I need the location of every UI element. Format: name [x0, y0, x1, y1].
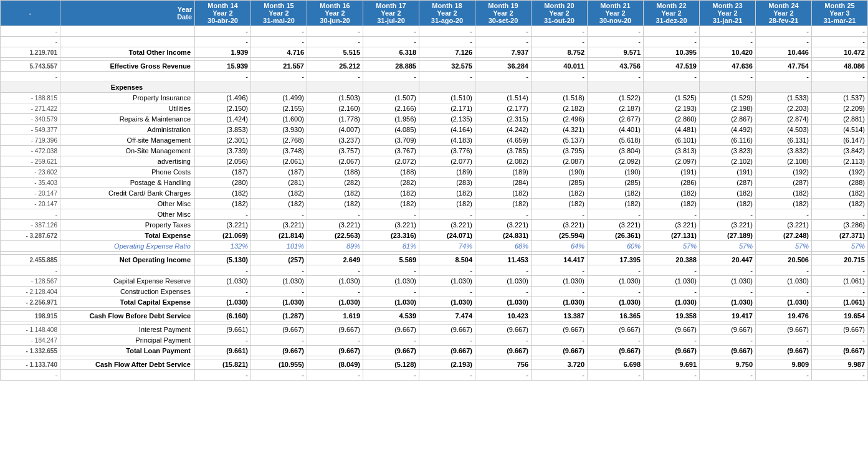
table-row: - 1.133.740Cash Flow After Debt Service(… [1, 359, 868, 370]
cell-value: (1.030) [700, 297, 756, 308]
cell-value: (285) [588, 178, 644, 188]
cell-value: (6.160) [195, 311, 251, 321]
cell-value [644, 82, 700, 93]
table-row: 198.915Cash Flow Before Debt Service(6.1… [1, 311, 868, 321]
cell-value: (2.193) [644, 103, 700, 114]
cell-value: (9.667) [644, 346, 700, 356]
cell-value: (2.171) [419, 103, 475, 114]
left-value: - 128.567 [1, 276, 60, 287]
cell-value: (2.067) [307, 156, 363, 167]
left-value: - [1, 72, 60, 82]
cell-value: (1.030) [644, 276, 700, 287]
cell-value: (2.077) [419, 156, 475, 167]
row-label: Cash Flow After Debt Service [60, 359, 195, 370]
cell-value [588, 82, 644, 93]
cell-value: (182) [700, 188, 756, 199]
cell-value: - [251, 37, 307, 47]
cell-value: 20.388 [644, 255, 700, 265]
cell-value: (3.221) [195, 220, 251, 230]
table-row: - 340.579Repairs & Maintenance(1.424)(1.… [1, 114, 868, 125]
cell-value [195, 82, 251, 93]
cell-value: - [644, 26, 700, 37]
cell-value: - [475, 265, 532, 276]
cell-value: 68% [475, 241, 532, 252]
cell-value [419, 82, 475, 93]
cell-value: (192) [756, 167, 812, 178]
cell-value: 10.423 [475, 311, 532, 321]
cell-value: (2.203) [756, 103, 812, 114]
left-value: - 271.422 [1, 103, 60, 114]
cell-value: (9.667) [475, 325, 532, 335]
cell-value: - [756, 335, 812, 346]
cell-value: 36.284 [475, 61, 532, 72]
cell-value: (3.813) [644, 146, 700, 156]
cell-value: (182) [532, 199, 588, 209]
cell-value: (2.874) [756, 114, 812, 125]
row-label: advertising [60, 156, 195, 167]
cell-value: (1.529) [700, 93, 756, 103]
cell-value: (2.113) [812, 156, 868, 167]
cell-value: - [588, 209, 644, 220]
cell-value: (1.030) [532, 276, 588, 287]
cell-value: (6.131) [756, 135, 812, 146]
cell-value: (9.667) [419, 325, 475, 335]
cell-value: (3.804) [588, 146, 644, 156]
cell-value: 1.619 [307, 311, 363, 321]
cell-value: - [644, 37, 700, 47]
cell-value: 3.720 [532, 359, 588, 370]
cell-value: - [251, 72, 307, 82]
cell-value: - [363, 265, 419, 276]
cell-value: (4.183) [419, 135, 475, 146]
cell-value: 19.417 [700, 311, 756, 321]
cell-value: (1.030) [756, 276, 812, 287]
cell-value: (2.097) [644, 156, 700, 167]
row-label [60, 37, 195, 47]
cell-value: (9.667) [644, 325, 700, 335]
cell-value: - [588, 265, 644, 276]
table-row: 5.743.557Effective Gross Revenue15.93921… [1, 61, 868, 72]
cell-value: - [475, 209, 532, 220]
cell-value: (1.507) [363, 93, 419, 103]
cell-value: (1.518) [532, 93, 588, 103]
cell-value: (3.776) [419, 146, 475, 156]
cell-value: (2.082) [475, 156, 532, 167]
cell-value: 25.212 [307, 61, 363, 72]
cell-value: - [700, 265, 756, 276]
cell-value: - [307, 370, 363, 381]
cell-value: (3.757) [307, 146, 363, 156]
header-m20: Month 20Year 231-out-20 [532, 1, 588, 26]
cell-value: (5.137) [532, 135, 588, 146]
cell-value: (27.131) [644, 230, 700, 241]
left-value: - [1, 265, 60, 276]
cell-value: (280) [195, 178, 251, 188]
cell-value: (1.424) [195, 114, 251, 125]
header-m17: Month 17Year 231-jul-20 [363, 1, 419, 26]
cell-value: - [700, 287, 756, 297]
cell-value: - [812, 26, 868, 37]
cell-value: (15.821) [195, 359, 251, 370]
cell-value: (4.659) [475, 135, 532, 146]
cell-value: (192) [812, 167, 868, 178]
header-m19: Month 19Year 230-set-20 [475, 1, 532, 26]
cell-value: (5.128) [363, 359, 419, 370]
cell-value: - [812, 265, 868, 276]
cell-value: - [812, 287, 868, 297]
cell-value: (2.102) [700, 156, 756, 167]
table-row: ------------- [1, 26, 868, 37]
cell-value: - [363, 209, 419, 220]
cell-value: 20.715 [812, 255, 868, 265]
cell-value: - [195, 335, 251, 346]
cell-value: (191) [644, 167, 700, 178]
cell-value: - [251, 335, 307, 346]
table-row: ------------- [1, 265, 868, 276]
cell-value: - [756, 72, 812, 82]
cell-value: (3.709) [363, 135, 419, 146]
cell-value: (182) [812, 188, 868, 199]
cell-value: (2.155) [251, 103, 307, 114]
cell-value: (1.503) [307, 93, 363, 103]
table-row: - 188.815Property Insurance(1.496)(1.499… [1, 93, 868, 103]
cell-value: (1.030) [756, 297, 812, 308]
cell-value: 13.387 [532, 311, 588, 321]
cell-value: - [307, 265, 363, 276]
cell-value: (190) [588, 167, 644, 178]
